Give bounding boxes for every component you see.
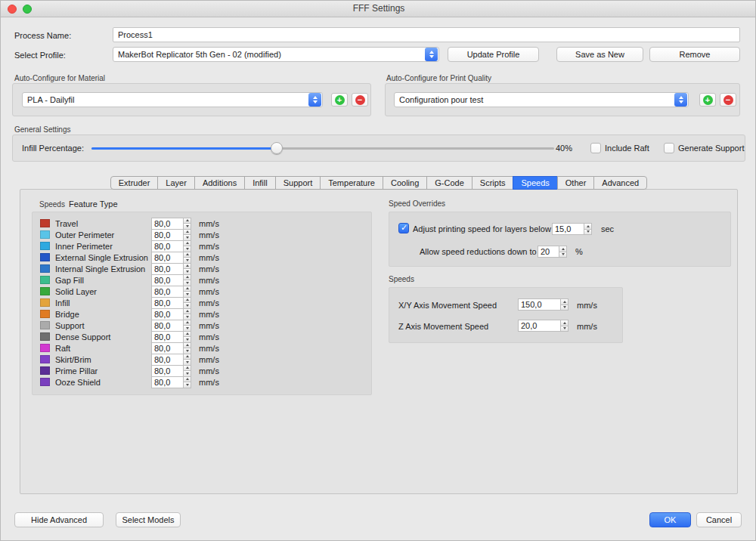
feature-speed-input[interactable]: 80,0 — [151, 252, 191, 264]
include-raft-checkbox[interactable] — [590, 143, 601, 153]
feature-speed-value[interactable]: 80,0 — [151, 365, 183, 377]
z-axis-speed-input[interactable]: 20,0 — [518, 320, 569, 332]
feature-speed-value[interactable]: 80,0 — [151, 218, 183, 230]
remove-profile-button[interactable]: Remove — [649, 47, 740, 62]
feature-speed-value[interactable]: 80,0 — [151, 286, 183, 298]
feature-speed-value[interactable]: 80,0 — [151, 342, 183, 354]
tab-additions[interactable]: Additions — [194, 176, 245, 190]
stepper-icon[interactable] — [183, 263, 191, 275]
ok-button[interactable]: OK — [649, 512, 691, 527]
z-axis-speed-value[interactable]: 20,0 — [518, 320, 560, 332]
feature-speed-input[interactable]: 80,0 — [151, 229, 191, 241]
adjust-speed-checkbox[interactable] — [398, 223, 409, 233]
feature-speed-value[interactable]: 80,0 — [151, 331, 183, 343]
feature-name-label: Skirt/Brim — [55, 355, 151, 364]
stepper-icon[interactable] — [183, 376, 191, 388]
select-models-button[interactable]: Select Models — [116, 512, 181, 527]
stepper-icon[interactable] — [183, 320, 191, 332]
process-name-input[interactable] — [113, 27, 740, 42]
feature-speed-input[interactable]: 80,0 — [151, 376, 191, 388]
zoom-button[interactable] — [23, 5, 32, 14]
stepper-icon[interactable] — [183, 218, 191, 230]
feature-speed-value[interactable]: 80,0 — [151, 229, 183, 241]
feature-row: Skirt/Brim80,0mm/s — [40, 354, 371, 365]
feature-speed-input[interactable]: 80,0 — [151, 365, 191, 377]
adjust-speed-input[interactable]: 15,0 — [552, 223, 592, 235]
remove-material-button[interactable]: − — [352, 93, 368, 107]
stepper-icon[interactable] — [183, 286, 191, 298]
tab-speeds[interactable]: Speeds — [513, 176, 557, 190]
profile-select[interactable]: MakerBot Replicator 5th Gen - 02 (modifi… — [113, 47, 439, 62]
feature-speed-input[interactable]: 80,0 — [151, 274, 191, 286]
feature-unit-label: mm/s — [199, 264, 219, 274]
tab-support[interactable]: Support — [275, 176, 321, 190]
stepper-icon[interactable] — [183, 331, 191, 343]
remove-quality-button[interactable]: − — [720, 93, 736, 107]
feature-speed-value[interactable]: 80,0 — [151, 240, 183, 252]
xy-axis-speed-value[interactable]: 150,0 — [518, 298, 560, 311]
tab-advanced[interactable]: Advanced — [593, 176, 647, 190]
feature-speed-value[interactable]: 80,0 — [151, 308, 183, 320]
feature-speed-input[interactable]: 80,0 — [151, 263, 191, 275]
material-select[interactable]: PLA - Dailyfil — [22, 92, 323, 107]
infill-slider[interactable] — [91, 142, 554, 154]
feature-speed-input[interactable]: 80,0 — [151, 342, 191, 354]
feature-speed-input[interactable]: 80,0 — [151, 218, 191, 230]
movement-speeds-box: X/Y Axis Movement Speed 150,0 mm/s Z Axi… — [389, 287, 623, 343]
feature-color-swatch — [40, 253, 50, 261]
update-profile-button[interactable]: Update Profile — [448, 47, 539, 62]
close-button[interactable] — [8, 5, 17, 14]
cancel-button[interactable]: Cancel — [696, 512, 742, 527]
feature-speed-input[interactable]: 80,0 — [151, 286, 191, 298]
feature-name-label: External Single Extrusion — [55, 253, 151, 262]
stepper-icon[interactable] — [183, 365, 191, 377]
tab-other[interactable]: Other — [557, 176, 595, 190]
stepper-icon[interactable] — [183, 252, 191, 264]
xy-axis-speed-input[interactable]: 150,0 — [518, 298, 569, 311]
tab-extruder[interactable]: Extruder — [110, 176, 159, 190]
feature-speed-value[interactable]: 80,0 — [151, 274, 183, 286]
xy-axis-speed-label: X/Y Axis Movement Speed — [398, 301, 497, 310]
feature-speed-input[interactable]: 80,0 — [151, 320, 191, 332]
tab-cooling[interactable]: Cooling — [383, 176, 427, 190]
feature-speed-value[interactable]: 80,0 — [151, 354, 183, 366]
stepper-icon[interactable] — [183, 354, 191, 366]
add-material-button[interactable]: + — [331, 93, 348, 107]
hide-advanced-button[interactable]: Hide Advanced — [14, 512, 104, 527]
stepper-icon[interactable] — [559, 246, 567, 258]
feature-speed-input[interactable]: 80,0 — [151, 331, 191, 343]
stepper-icon[interactable] — [183, 342, 191, 354]
speed-reduction-value[interactable]: 20 — [538, 246, 559, 258]
stepper-icon[interactable] — [183, 297, 191, 309]
adjust-speed-value[interactable]: 15,0 — [552, 223, 584, 235]
stepper-icon[interactable] — [183, 274, 191, 286]
tab-infill[interactable]: Infill — [244, 176, 276, 190]
stepper-icon[interactable] — [183, 229, 191, 241]
feature-speed-input[interactable]: 80,0 — [151, 297, 191, 309]
speed-overrides-title: Speed Overrides — [389, 199, 445, 208]
tab-scripts[interactable]: Scripts — [472, 176, 514, 190]
speed-reduction-input[interactable]: 20 — [538, 246, 567, 258]
generate-support-checkbox[interactable] — [664, 143, 674, 153]
stepper-icon[interactable] — [584, 223, 592, 235]
infill-slider-thumb[interactable] — [271, 142, 283, 154]
tab-g-code[interactable]: G-Code — [426, 176, 472, 190]
add-quality-button[interactable]: + — [699, 93, 716, 107]
tab-temperature[interactable]: Temperature — [320, 176, 383, 190]
feature-speed-value[interactable]: 80,0 — [151, 263, 183, 275]
feature-speed-input[interactable]: 80,0 — [151, 354, 191, 366]
feature-speed-value[interactable]: 80,0 — [151, 252, 183, 264]
stepper-icon[interactable] — [560, 320, 569, 332]
feature-unit-label: mm/s — [199, 366, 219, 376]
save-as-new-button[interactable]: Save as New — [556, 47, 643, 62]
stepper-icon[interactable] — [183, 308, 191, 320]
feature-speed-value[interactable]: 80,0 — [151, 320, 183, 332]
feature-speed-value[interactable]: 80,0 — [151, 297, 183, 309]
feature-speed-input[interactable]: 80,0 — [151, 240, 191, 252]
quality-select[interactable]: Configuration pour test — [394, 92, 689, 107]
stepper-icon[interactable] — [560, 298, 569, 311]
tab-layer[interactable]: Layer — [157, 176, 195, 190]
feature-speed-input[interactable]: 80,0 — [151, 308, 191, 320]
feature-speed-value[interactable]: 80,0 — [151, 376, 183, 388]
stepper-icon[interactable] — [183, 240, 191, 252]
